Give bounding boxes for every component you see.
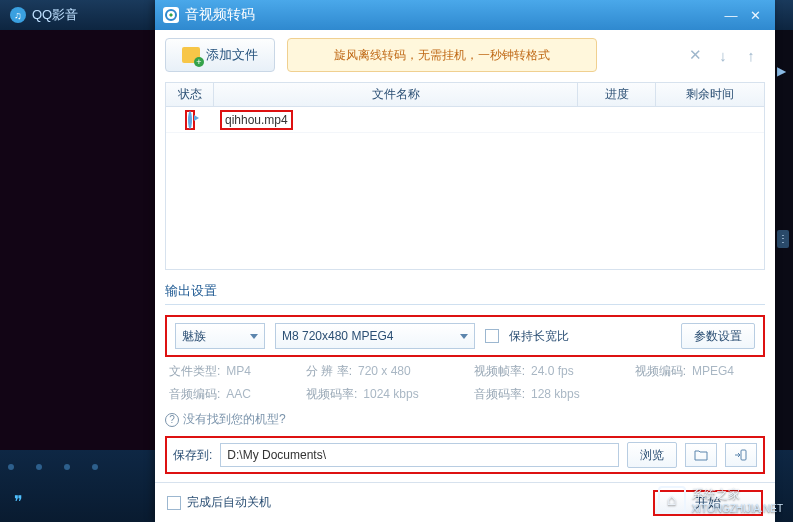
brand-value: 魅族 (182, 328, 206, 345)
model-select[interactable]: M8 720x480 MPEG4 (275, 323, 475, 349)
col-progress[interactable]: 进度 (578, 83, 656, 106)
add-file-label: 添加文件 (206, 46, 258, 64)
promo-text: 旋风离线转码，无需挂机，一秒钟转格式 (334, 47, 550, 64)
watermark: ⌂ 系统之家 XITONGZHIJIA.NET (658, 486, 784, 514)
open-folder-button[interactable] (685, 443, 717, 467)
close-button[interactable]: ✕ (743, 6, 767, 24)
remove-icon[interactable]: ✕ (687, 47, 703, 63)
add-file-button[interactable]: 添加文件 (165, 38, 275, 72)
brand-select[interactable]: 魅族 (175, 323, 265, 349)
move-down-icon[interactable]: ↓ (715, 47, 731, 63)
browse-button[interactable]: 浏览 (627, 442, 677, 468)
folder-icon (694, 449, 708, 461)
watermark-url: XITONGZHIJIA.NET (692, 503, 784, 514)
folder-add-icon (182, 47, 200, 63)
send-to-device-button[interactable] (725, 443, 757, 467)
help-text: 没有找到您的机型? (183, 411, 286, 428)
output-section-title: 输出设置 (165, 282, 765, 305)
shutdown-label: 完成后自动关机 (187, 494, 271, 511)
app-title: QQ影音 (32, 6, 78, 24)
save-row-highlight: 保存到: 浏览 (165, 436, 765, 474)
keep-aspect-checkbox[interactable] (485, 329, 499, 343)
keep-aspect-label: 保持长宽比 (509, 328, 569, 345)
move-up-icon[interactable]: ↑ (743, 47, 759, 63)
chevron-down-icon (460, 334, 468, 339)
transcode-dialog: 音视频转码 — ✕ 添加文件 旋风离线转码，无需挂机，一秒钟转格式 ✕ ↓ ↑ (155, 0, 775, 522)
output-specs: 文件类型:MP4 分 辨 率:720 x 480 视频帧率:24.0 fps 视… (165, 363, 765, 403)
table-row[interactable]: qihhou.mp4 (166, 107, 764, 133)
cell-filename: qihhou.mp4 (225, 113, 288, 127)
col-remaining[interactable]: 剩余时间 (656, 83, 764, 106)
video-area (0, 30, 155, 450)
save-label: 保存到: (173, 447, 212, 464)
watermark-name: 系统之家 (692, 487, 740, 501)
model-value: M8 720x480 MPEG4 (282, 329, 393, 343)
device-icon (734, 449, 748, 461)
dialog-icon (163, 7, 179, 23)
output-row-highlight: 魅族 M8 720x480 MPEG4 保持长宽比 参数设置 (165, 315, 765, 357)
minimize-button[interactable]: — (719, 6, 743, 24)
sidebar-expand-icon[interactable]: ▶ (777, 64, 789, 76)
param-settings-button[interactable]: 参数设置 (681, 323, 755, 349)
file-table: 状态 文件名称 进度 剩余时间 qihhou.mp4 (165, 82, 765, 270)
app-logo-icon: ♫ (10, 7, 26, 23)
toolbar: 添加文件 旋风离线转码，无需挂机，一秒钟转格式 ✕ ↓ ↑ (165, 38, 765, 72)
dialog-titlebar: 音视频转码 — ✕ (155, 0, 775, 30)
shutdown-checkbox[interactable] (167, 496, 181, 510)
watermark-icon: ⌂ (658, 486, 686, 514)
dialog-title: 音视频转码 (185, 6, 255, 24)
status-ready-icon (188, 111, 192, 129)
col-status[interactable]: 状态 (166, 83, 214, 106)
save-path-input[interactable] (220, 443, 619, 467)
player-settings-icon[interactable]: ❞ (14, 492, 34, 512)
svg-rect-1 (741, 450, 746, 460)
help-row[interactable]: ? 没有找到您的机型? (165, 411, 765, 428)
seek-markers (8, 464, 98, 470)
chevron-down-icon (250, 334, 258, 339)
col-filename[interactable]: 文件名称 (214, 83, 578, 106)
help-icon: ? (165, 413, 179, 427)
promo-banner[interactable]: 旋风离线转码，无需挂机，一秒钟转格式 (287, 38, 597, 72)
sidebar-scroll-thumb[interactable]: ⋮ (777, 230, 789, 248)
